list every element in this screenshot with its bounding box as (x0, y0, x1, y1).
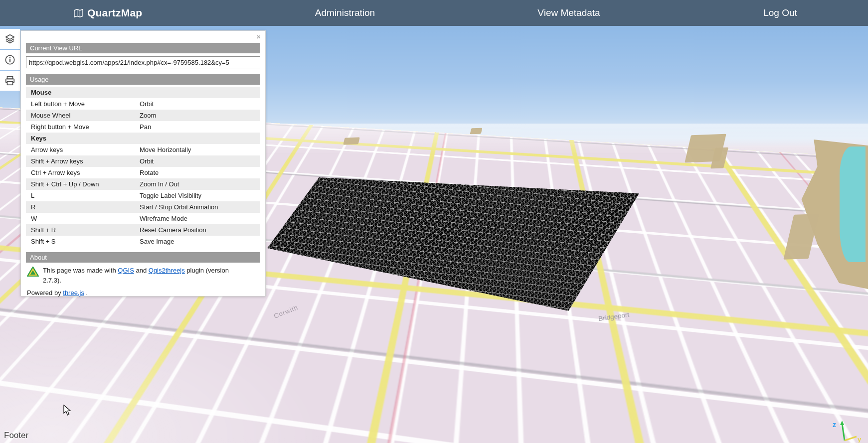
usage-row: Shift + SSave Image (26, 236, 260, 247)
about-text-fragment: This page was made with (43, 267, 116, 274)
top-nav-bar: QuartzMap Administration View Metadata L… (0, 0, 868, 26)
usage-row: Mouse WheelZoom (26, 110, 260, 121)
qgis-link[interactable]: QGIS (118, 267, 134, 274)
current-view-url-input[interactable] (26, 56, 260, 68)
usage-subheader-mouse: Mouse (26, 87, 260, 98)
usage-row: RStart / Stop Orbit Animation (26, 201, 260, 213)
building-roof (464, 304, 473, 310)
about-row: This page was made with QGIS and Qgis2th… (26, 266, 260, 285)
map-toolbar (0, 29, 20, 92)
nav-item-view-metadata[interactable]: View Metadata (537, 0, 600, 26)
qgis2threejs-link[interactable]: Qgis2threejs (149, 267, 185, 274)
brand-link[interactable]: QuartzMap (74, 0, 142, 26)
usage-row: Ctrl + Arrow keysRotate (26, 167, 260, 178)
nav-item-log-out[interactable]: Log Out (763, 0, 797, 26)
layers-icon (4, 33, 15, 44)
usage-row: Shift + Arrow keysOrbit (26, 155, 260, 167)
building-footprint (343, 137, 360, 145)
current-view-url-header: Current View URL (26, 43, 260, 53)
layers-button[interactable] (0, 29, 20, 49)
usage-subheader-keys: Keys (26, 133, 260, 144)
printer-icon (4, 75, 15, 86)
brand-title: QuartzMap (87, 7, 142, 19)
close-icon[interactable]: × (256, 33, 261, 40)
footer-text: Footer (4, 431, 28, 441)
lake-water (840, 147, 866, 262)
usage-row: LToggle Label Visibility (26, 190, 260, 201)
gizmo-y-label: y (858, 436, 862, 443)
building-footprint (607, 309, 643, 325)
usage-row: Arrow keysMove Horizontally (26, 144, 260, 155)
building-footprint (470, 128, 483, 135)
qgis2threejs-logo-icon (27, 267, 39, 285)
rail-yard (618, 265, 703, 291)
help-panel: × Current View URL Usage Mouse Left butt… (20, 30, 266, 296)
usage-row: Shift + RReset Camera Position (26, 224, 260, 236)
usage-table: Mouse Left button + MoveOrbit Mouse Whee… (26, 87, 260, 247)
building-footprint (566, 307, 589, 318)
usage-row: Shift + Ctrl + Up / DownZoom In / Out (26, 178, 260, 190)
help-panel-body: Current View URL Usage Mouse Left button… (21, 31, 265, 301)
axis-gizmo: z y (830, 420, 863, 443)
usage-row: WWireframe Mode (26, 213, 260, 224)
nav-item-administration[interactable]: Administration (315, 0, 375, 26)
usage-header: Usage (26, 74, 260, 85)
gizmo-z-label: z (833, 421, 836, 429)
powered-text: Powered by (27, 289, 61, 296)
about-header: About (26, 252, 260, 263)
powered-by-line: Powered by three.js . (26, 289, 260, 296)
about-text-fragment: and (136, 267, 147, 274)
threejs-link[interactable]: three.js (63, 289, 84, 296)
building-footprint (721, 369, 743, 381)
map-icon (74, 8, 83, 18)
usage-row: Left button + MoveOrbit (26, 98, 260, 110)
usage-row: Right button + MovePan (26, 121, 260, 133)
about-text: This page was made with QGIS and Qgis2th… (43, 266, 232, 285)
info-button[interactable] (0, 50, 20, 70)
powered-text: . (86, 289, 88, 296)
print-button[interactable] (0, 71, 20, 91)
info-icon (4, 54, 15, 65)
